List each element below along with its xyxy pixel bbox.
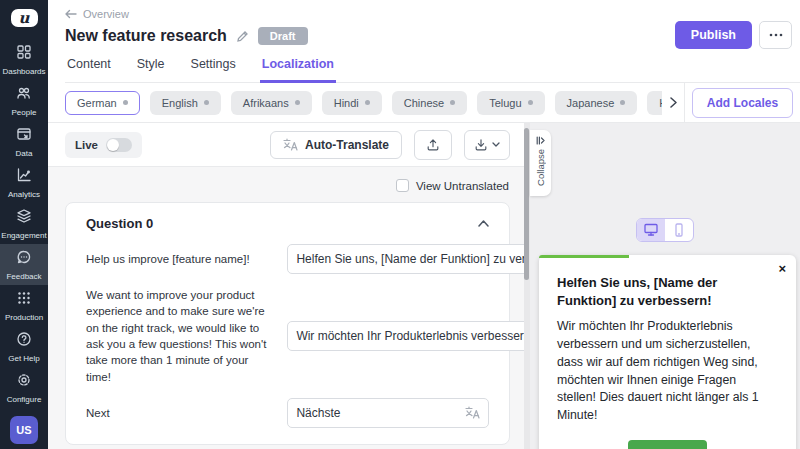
chevron-down-icon bbox=[492, 142, 500, 147]
preview-body: Wir möchten Ihr Produkterlebnis verbesse… bbox=[557, 318, 778, 425]
live-toggle[interactable]: Live bbox=[65, 132, 142, 158]
locale-chip[interactable]: English bbox=[150, 91, 221, 115]
sidebar-item-label: Engagement bbox=[1, 231, 46, 240]
sidebar-item-get-help[interactable]: Get Help bbox=[0, 326, 48, 367]
sidebar-item-label: Analytics bbox=[8, 190, 40, 199]
analytics-icon bbox=[16, 167, 32, 187]
locale-chip[interactable]: German bbox=[65, 91, 140, 115]
user-avatar[interactable]: US bbox=[10, 416, 38, 444]
sidebar-item-engagement[interactable]: Engagement bbox=[0, 203, 48, 244]
translation-input[interactable]: Nächste bbox=[287, 398, 489, 428]
mobile-icon bbox=[672, 223, 686, 237]
app-root: u Dashboards People Data Analytics Engag… bbox=[0, 0, 800, 449]
next-button[interactable]: Nächste bbox=[628, 440, 707, 449]
locale-chip-list: German English Afrikaans Hindi bbox=[48, 91, 662, 115]
translate-icon bbox=[283, 138, 298, 152]
upload-icon bbox=[426, 138, 440, 152]
add-locales-button[interactable]: Add Locales bbox=[692, 88, 793, 118]
tab-localization[interactable]: Localization bbox=[260, 57, 336, 83]
source-text: Next bbox=[86, 405, 271, 421]
desktop-icon bbox=[644, 223, 658, 237]
locale-chip-label: English bbox=[162, 97, 198, 109]
view-untranslated-checkbox[interactable] bbox=[396, 179, 409, 192]
download-icon bbox=[474, 138, 488, 152]
engagement-icon bbox=[16, 208, 32, 228]
live-label: Live bbox=[75, 139, 98, 151]
locale-chip-label: Chinese bbox=[404, 97, 444, 109]
localization-toolbar: Live Auto-Translate bbox=[48, 123, 530, 167]
translation-input[interactable]: Helfen Sie uns, [Name der Funktion] zu v… bbox=[287, 244, 530, 274]
locale-chip[interactable]: Japanese bbox=[555, 91, 638, 115]
sidebar-item-label: Data bbox=[16, 149, 33, 158]
questions-scroll-area: View Untranslated Question 0 bbox=[48, 167, 530, 449]
locale-chip[interactable]: Afrikaans bbox=[231, 91, 312, 115]
locale-chip[interactable]: Hindi bbox=[322, 91, 382, 115]
more-options-button[interactable] bbox=[759, 21, 792, 49]
tab-settings[interactable]: Settings bbox=[189, 57, 238, 83]
preview-heading: Helfen Sie uns, [Name der Funktion] zu v… bbox=[557, 274, 766, 309]
tab-bar: Content Style Settings Localization bbox=[65, 57, 800, 83]
tab-style[interactable]: Style bbox=[135, 57, 167, 83]
translation-value: Nächste bbox=[296, 406, 459, 420]
export-button[interactable] bbox=[464, 130, 510, 160]
translation-input[interactable]: Wir möchten Ihr Produkterlebnis verbesse… bbox=[287, 321, 530, 351]
scrollbar-thumb[interactable] bbox=[524, 128, 529, 280]
back-label: Overview bbox=[83, 8, 129, 20]
locale-chip[interactable]: Hindi bbox=[647, 91, 662, 115]
mobile-preview-button[interactable] bbox=[665, 219, 693, 241]
live-switch[interactable] bbox=[106, 138, 132, 152]
userpilot-logo[interactable]: u bbox=[11, 9, 38, 27]
locale-chip[interactable]: Chinese bbox=[392, 91, 467, 115]
locale-status-dot bbox=[450, 100, 455, 105]
locale-chip-label: Telugu bbox=[489, 97, 521, 109]
add-locales-section: Add Locales bbox=[684, 83, 800, 122]
locale-status-dot bbox=[620, 100, 625, 105]
locale-chip-label: German bbox=[77, 97, 117, 109]
back-link[interactable]: Overview bbox=[65, 8, 129, 20]
translation-value: Wir möchten Ihr Produkterlebnis verbesse… bbox=[296, 329, 530, 343]
page-title: New feature research bbox=[65, 27, 227, 45]
auto-translate-button[interactable]: Auto-Translate bbox=[270, 131, 402, 159]
close-icon[interactable]: × bbox=[778, 262, 786, 275]
topbar: Overview New feature research Draft Publ… bbox=[48, 0, 800, 83]
back-arrow-icon bbox=[65, 9, 77, 19]
sidebar-item-feedback[interactable]: Feedback bbox=[0, 244, 48, 285]
collapse-card-button[interactable] bbox=[478, 220, 489, 227]
sidebar-item-people[interactable]: People bbox=[0, 80, 48, 121]
edit-title-icon[interactable] bbox=[236, 30, 249, 43]
survey-preview-card: × Helfen Sie uns, [Name der Funktion] zu… bbox=[539, 255, 796, 449]
publish-button[interactable]: Publish bbox=[675, 21, 752, 49]
scroll-locales-right-button[interactable] bbox=[662, 97, 684, 108]
view-untranslated-label: View Untranslated bbox=[416, 180, 509, 192]
desktop-preview-button[interactable] bbox=[637, 219, 665, 241]
sidebar-item-label: Dashboards bbox=[2, 67, 45, 76]
dashboards-icon bbox=[16, 44, 32, 64]
locale-chip[interactable]: Telugu bbox=[477, 91, 544, 115]
sidebar-item-data[interactable]: Data bbox=[0, 121, 48, 162]
sidebar-item-production[interactable]: Production bbox=[0, 285, 48, 326]
question-card-list: Question 0 Help us improve [feature name… bbox=[65, 202, 510, 449]
feedback-icon bbox=[16, 249, 32, 269]
sidebar-item-configure[interactable]: Configure bbox=[0, 367, 48, 408]
sidebar-item-dashboards[interactable]: Dashboards bbox=[0, 39, 48, 80]
tab-content[interactable]: Content bbox=[65, 57, 113, 83]
collapse-preview-button[interactable]: Collapse bbox=[530, 130, 551, 196]
progress-bar bbox=[539, 255, 796, 258]
sidebar-item-analytics[interactable]: Analytics bbox=[0, 162, 48, 203]
translate-icon[interactable] bbox=[465, 406, 480, 420]
locale-status-dot bbox=[295, 100, 300, 105]
collapse-label: Collapse bbox=[535, 149, 546, 186]
sidebar-item-label: Feedback bbox=[6, 272, 41, 281]
main-area: Overview New feature research Draft Publ… bbox=[48, 0, 800, 449]
sidebar-item-label: People bbox=[12, 108, 37, 117]
translations-column: Live Auto-Translate bbox=[48, 123, 530, 449]
import-button[interactable] bbox=[414, 130, 452, 160]
data-icon bbox=[16, 126, 32, 146]
translation-row: Help us improve [feature name]! Helfen S… bbox=[86, 244, 489, 274]
source-text: Help us improve [feature name]! bbox=[86, 251, 271, 267]
sidebar: u Dashboards People Data Analytics Engag… bbox=[0, 0, 48, 449]
help-icon bbox=[16, 331, 32, 351]
people-icon bbox=[16, 85, 32, 105]
translation-value: Helfen Sie uns, [Name der Funktion] zu v… bbox=[296, 252, 530, 266]
locale-status-dot bbox=[204, 100, 209, 105]
